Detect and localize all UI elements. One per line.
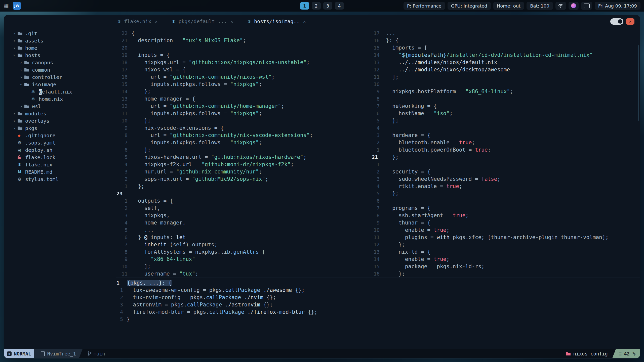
code-line[interactable]: 15 package = pkgs.nix-ld-rs; [371, 263, 640, 270]
code-line[interactable]: 8 ssh.startAgent = true; [371, 212, 640, 219]
tree-item-modules[interactable]: ›modules [4, 110, 116, 117]
window-toggle-button[interactable] [610, 18, 623, 25]
code-line[interactable]: 9 "x86_64-linux" [116, 256, 371, 263]
workspace-1[interactable]: 1 [300, 2, 309, 10]
code-line[interactable]: 3 astronvim = pkgs.callPackage ./astronv… [116, 301, 640, 308]
tree-item-stylua.toml[interactable]: ⚙stylua.toml [4, 175, 116, 183]
code-line[interactable]: 4 rtkit.enable = true; [371, 183, 640, 190]
tree-item-isoImage[interactable]: ›isoImage [4, 81, 116, 88]
code-line[interactable]: 10 ]; [116, 263, 371, 270]
code-line[interactable]: 4 firefox-mod-blur = pkgs.callPackage ./… [116, 308, 640, 316]
code-line[interactable]: 16 }; [371, 270, 640, 278]
chevron-right-icon[interactable]: › [11, 125, 18, 131]
workspace-4[interactable]: 4 [335, 2, 344, 10]
chevron-right-icon[interactable]: › [18, 60, 24, 65]
code-line[interactable]: 3 nixpkgs, [116, 212, 371, 219]
wifi-icon[interactable] [555, 2, 566, 10]
tree-item-.sops.yaml[interactable]: ⚙.sops.yaml [4, 139, 116, 146]
code-line[interactable]: 5} [116, 316, 640, 323]
theme-color-icon[interactable] [569, 2, 579, 10]
editor-pane-flake-nix[interactable]: 22{21 description = "tux's NixOS Flake";… [116, 28, 371, 278]
chevron-right-icon[interactable]: › [11, 118, 18, 123]
code-line[interactable]: 9 nixpkgs.hostPlatform = "x86_64-linux"; [371, 88, 640, 95]
code-line[interactable]: 14 enable = true; [371, 256, 640, 263]
tree-item-.gitignore[interactable]: ◆.gitignore [4, 132, 116, 139]
code-line[interactable]: 4 home-manager, [116, 219, 371, 227]
tree-item-controller[interactable]: ›controller [4, 73, 116, 81]
tree-item-deploy.sh[interactable]: ▣deploy.sh [4, 146, 116, 154]
code-line[interactable]: 1 [371, 161, 640, 168]
code-line[interactable]: 11 ]; [371, 73, 640, 81]
chevron-right-icon[interactable]: › [18, 104, 24, 109]
chevron-down-icon[interactable]: › [12, 52, 17, 59]
chevron-down-icon[interactable]: › [19, 81, 24, 88]
code-line[interactable]: 21 }; [371, 154, 640, 161]
code-line[interactable]: 16}: { [371, 37, 640, 44]
code-line[interactable]: 14 }; [116, 88, 371, 95]
code-line[interactable]: 12 url = "github:nix-community/home-mana… [116, 103, 371, 110]
code-line[interactable]: 11 username = "tux"; [116, 270, 371, 278]
code-line[interactable]: 17... [371, 30, 640, 37]
tab-hosts-isoimag-[interactable]: ❄hosts/isoImag..× [247, 18, 306, 24]
code-line[interactable]: 2 sops-nix.url = "github:Mic92/sops-nix"… [116, 175, 371, 183]
code-line[interactable]: 8 forAllSystems = nixpkgs.lib.genAttrs [ [116, 248, 371, 256]
code-line[interactable]: 9 nix-vscode-extensions = { [116, 124, 371, 132]
code-line[interactable]: 17 nixos-wsl = { [116, 66, 371, 73]
code-line[interactable]: 22{ [116, 30, 371, 37]
tree-item-hosts[interactable]: ›hosts [4, 52, 116, 59]
tree-item-assets[interactable]: ›assets [4, 37, 116, 44]
code-line[interactable]: 15 inputs.nixpkgs.follows = "nixpkgs"; [116, 81, 371, 88]
code-line[interactable]: 9 thunar = { [371, 219, 640, 227]
code-line[interactable]: 1 bluetooth.powerOnBoot = true; [371, 146, 640, 154]
display-layout-icon[interactable] [581, 2, 592, 10]
chevron-right-icon[interactable]: › [18, 67, 24, 72]
code-line[interactable]: 3 nur.url = "github:nix-community/nur"; [116, 168, 371, 175]
code-line[interactable]: 2 bluetooth.enable = true; [371, 139, 640, 146]
workspace-3[interactable]: 3 [323, 2, 332, 10]
tree-item-flake.nix[interactable]: ❄flake.nix [4, 161, 116, 168]
code-line[interactable]: 13 home-manager = { [116, 95, 371, 103]
code-line[interactable]: 5 }; [371, 117, 640, 124]
code-line[interactable]: 13 nix-ld = { [371, 248, 640, 256]
code-line[interactable]: 1 outputs = { [116, 197, 371, 205]
code-line[interactable]: 14 "${modulesPath}/installer/cd-dvd/inst… [371, 52, 640, 59]
tab-close-icon[interactable]: × [155, 19, 157, 24]
tab-pkgs-default-[interactable]: ❄pkgs/default ...× [172, 18, 233, 24]
code-line[interactable]: 2 security = { [371, 168, 640, 175]
tree-item-home.nix[interactable]: ❄home.nix [4, 95, 116, 103]
code-line[interactable]: 10 enable = true; [371, 227, 640, 234]
tab-close-icon[interactable]: × [230, 19, 233, 24]
code-line[interactable]: 6 } @ inputs: let [116, 234, 371, 241]
chevron-right-icon[interactable]: › [11, 38, 18, 43]
code-line[interactable]: 11 plugins = with pkgs.xfce; [thunar-arc… [371, 234, 640, 241]
code-line[interactable]: 10 [371, 81, 640, 88]
code-line[interactable]: 19 inputs = { [116, 52, 371, 59]
code-line[interactable]: 20 [116, 44, 371, 52]
code-line[interactable]: 8 url = "github:nix-community/nix-vscode… [116, 132, 371, 139]
scrollbar-thumb[interactable] [638, 45, 639, 121]
code-line[interactable]: 8 [371, 95, 640, 103]
code-line[interactable]: 11 inputs.nixpkgs.follows = "nixpkgs"; [116, 110, 371, 117]
tab-flake-nix[interactable]: ❄flake.nix× [117, 18, 157, 24]
tree-item-pkgs[interactable]: ›pkgs [4, 124, 116, 132]
code-line[interactable]: 5 ... [116, 227, 371, 234]
code-line[interactable]: 2 tux-nvim-config = pkgs.callPackage ./n… [116, 294, 640, 301]
code-line[interactable]: 21 description = "tux's NixOS Flake"; [116, 37, 371, 44]
code-line[interactable]: 15 imports = [ [371, 44, 640, 52]
tree-item-.git[interactable]: ›.git [4, 30, 116, 37]
tree-item-canopus[interactable]: ›canopus [4, 59, 116, 66]
code-line[interactable]: 6 [371, 197, 640, 205]
code-line[interactable]: 7 inherit (self) outputs; [116, 241, 371, 248]
window-close-button[interactable] [626, 18, 634, 25]
chevron-right-icon[interactable]: › [18, 74, 24, 80]
code-line[interactable]: 1{pkgs, ...}: { [116, 279, 640, 287]
code-line[interactable]: 5 }; [371, 190, 640, 197]
code-line[interactable]: 7 programs = { [371, 205, 640, 212]
tree-item-common[interactable]: ›common [4, 66, 116, 73]
tree-item-README.md[interactable]: MREADME.md [4, 168, 116, 175]
code-line[interactable]: 5 nixos-hardware.url = "github:nixos/nix… [116, 154, 371, 161]
code-line[interactable]: 6 hostName = "iso"; [371, 110, 640, 117]
code-line[interactable]: 7 inputs.nixpkgs.follows = "nixpkgs"; [116, 139, 371, 146]
editor-pane-hosts-isoimage-default-nix[interactable]: 17...16}: {15 imports = [14 "${modulesPa… [371, 28, 640, 278]
code-line[interactable]: 18 nixpkgs.url = "github:nixos/nixpkgs/n… [116, 59, 371, 66]
